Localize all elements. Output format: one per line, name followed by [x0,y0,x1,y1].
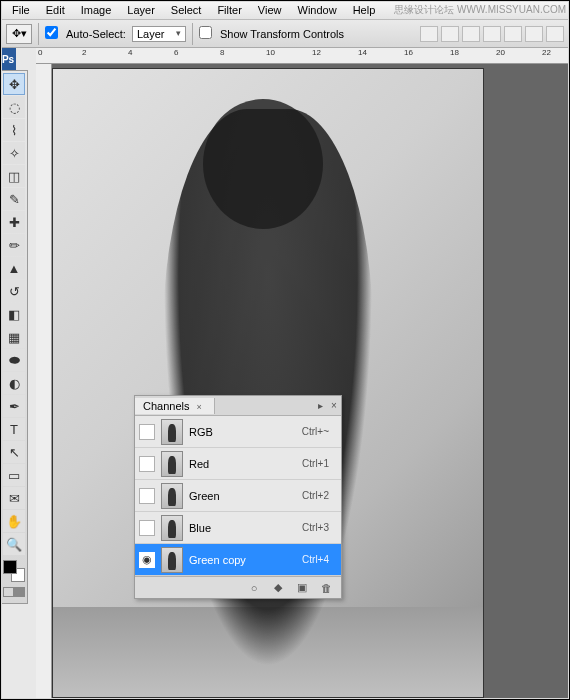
show-transform-checkbox[interactable] [199,26,214,41]
notes-tool[interactable]: ✉ [3,487,25,509]
shape-tool[interactable]: ▭ [3,464,25,486]
brush-tool[interactable]: ✏ [3,234,25,256]
load-selection-icon[interactable]: ○ [247,581,261,595]
visibility-toggle[interactable] [139,424,155,440]
menu-select[interactable]: Select [163,2,210,18]
ruler-horizontal[interactable]: 0 2 4 6 8 10 12 14 16 18 20 22 [36,48,570,64]
ruler-tick-label: 22 [542,48,551,57]
channel-shortcut: Ctrl+3 [302,522,337,533]
menu-help[interactable]: Help [345,2,384,18]
ruler-tick-label: 18 [450,48,459,57]
ruler-vertical[interactable] [36,64,52,700]
channel-label: Green copy [189,554,296,566]
tab-close-icon[interactable]: × [193,402,206,412]
ruler-tick-label: 16 [404,48,413,57]
foreground-color-swatch[interactable] [3,560,17,574]
align-icon[interactable] [420,26,438,42]
align-icon[interactable] [504,26,522,42]
align-icon[interactable] [525,26,543,42]
auto-select-dropdown[interactable]: Layer [132,26,186,42]
wand-tool[interactable]: ✧ [3,142,25,164]
ruler-tick-label: 0 [38,48,42,57]
history-brush-tool[interactable]: ↺ [3,280,25,302]
crop-tool[interactable]: ◫ [3,165,25,187]
ruler-tick-label: 4 [128,48,132,57]
menu-file[interactable]: File [4,2,38,18]
visibility-toggle[interactable]: ◉ [139,552,155,568]
separator [192,23,193,45]
align-icon-group [420,26,564,42]
channel-row-blue[interactable]: Blue Ctrl+3 [135,512,341,544]
ruler-tick-label: 20 [496,48,505,57]
ruler-tick-label: 14 [358,48,367,57]
menu-view[interactable]: View [250,2,290,18]
stamp-tool[interactable]: ▲ [3,257,25,279]
channel-shortcut: Ctrl+2 [302,490,337,501]
tool-preset-picker[interactable]: ✥▾ [6,24,32,44]
delete-channel-icon[interactable]: 🗑 [319,581,333,595]
menu-filter[interactable]: Filter [209,2,249,18]
panel-footer: ○ ◆ ▣ 🗑 [135,576,341,598]
healing-tool[interactable]: ✚ [3,211,25,233]
image-figure-head [203,99,323,229]
panel-close-icon[interactable]: × [327,400,341,411]
menu-edit[interactable]: Edit [38,2,73,18]
channels-tab[interactable]: Channels × [135,398,215,414]
panel-tab-bar[interactable]: Channels × ▸ × [135,396,341,416]
color-swatches[interactable] [3,560,25,582]
eyedropper-tool[interactable]: ✎ [3,188,25,210]
type-tool[interactable]: T [3,418,25,440]
visibility-toggle[interactable] [139,456,155,472]
menu-window[interactable]: Window [290,2,345,18]
quick-mask-toggle[interactable] [3,587,25,597]
ruler-tick-label: 8 [220,48,224,57]
pen-tool[interactable]: ✒ [3,395,25,417]
ruler-tick-label: 6 [174,48,178,57]
hand-tool[interactable]: ✋ [3,510,25,532]
separator [38,23,39,45]
gradient-tool[interactable]: ▦ [3,326,25,348]
align-icon[interactable] [441,26,459,42]
channel-label: Green [189,490,296,502]
align-icon[interactable] [546,26,564,42]
lasso-tool[interactable]: ⌇ [3,119,25,141]
channels-panel[interactable]: Channels × ▸ × RGB Ctrl+~ Red Ctrl+1 Gre… [134,395,342,599]
canvas-area [52,64,570,700]
eraser-tool[interactable]: ◧ [3,303,25,325]
channel-thumbnail [161,547,183,573]
visibility-toggle[interactable] [139,520,155,536]
channel-row-green[interactable]: Green Ctrl+2 [135,480,341,512]
channel-thumbnail [161,451,183,477]
channel-label: Red [189,458,296,470]
channel-thumbnail [161,515,183,541]
channel-thumbnail [161,419,183,445]
auto-select-label: Auto-Select: [66,28,126,40]
channel-row-red[interactable]: Red Ctrl+1 [135,448,341,480]
watermark-text: 思缘设计论坛 WWW.MISSYUAN.COM [394,3,566,17]
blur-tool[interactable]: ⬬ [3,349,25,371]
dodge-tool[interactable]: ◐ [3,372,25,394]
align-icon[interactable] [462,26,480,42]
move-tool[interactable]: ✥ [3,73,25,95]
channel-shortcut: Ctrl+~ [302,426,337,437]
visibility-toggle[interactable] [139,488,155,504]
zoom-tool[interactable]: 🔍 [3,533,25,555]
menu-image[interactable]: Image [73,2,120,18]
channel-row-green-copy[interactable]: ◉ Green copy Ctrl+4 [135,544,341,576]
channels-tab-label: Channels [143,400,189,412]
align-icon[interactable] [483,26,501,42]
menu-bar: File Edit Image Layer Select Filter View… [0,0,570,20]
path-tool[interactable]: ↖ [3,441,25,463]
ruler-tick-label: 2 [82,48,86,57]
app-icon: Ps [0,48,16,70]
menu-layer[interactable]: Layer [119,2,163,18]
panel-menu-icon[interactable]: ▸ [313,400,327,411]
save-selection-icon[interactable]: ◆ [271,581,285,595]
document-canvas[interactable] [52,68,484,698]
new-channel-icon[interactable]: ▣ [295,581,309,595]
channel-row-rgb[interactable]: RGB Ctrl+~ [135,416,341,448]
auto-select-checkbox[interactable] [45,26,60,41]
marquee-tool[interactable]: ◌ [3,96,25,118]
channel-thumbnail [161,483,183,509]
channel-label: Blue [189,522,296,534]
